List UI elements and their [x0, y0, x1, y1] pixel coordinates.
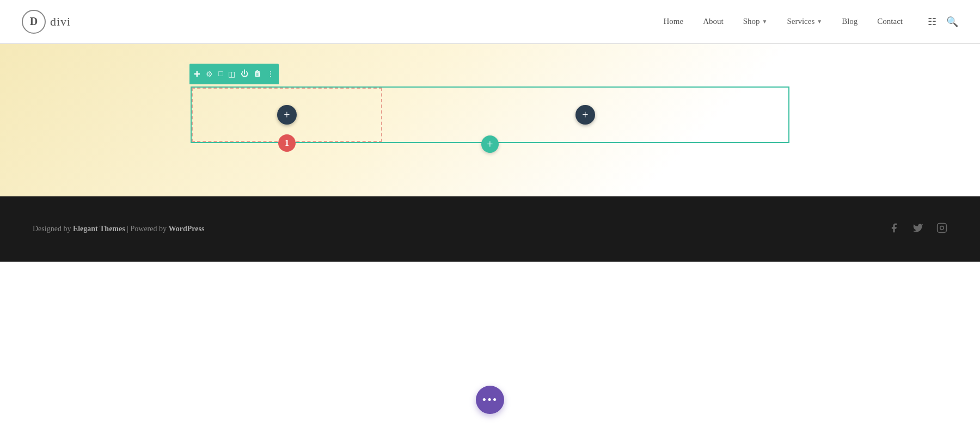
twitter-icon[interactable] — [912, 222, 923, 236]
builder-wrapper: ✚ ⚙ □ ◫ ⏻ 🗑 ⋮ + 1 + — [191, 86, 789, 143]
main-nav: Home About Shop ▼ Services ▼ Blog Contac… — [664, 16, 959, 28]
toolbar-settings-icon[interactable]: ⚙ — [206, 70, 213, 79]
column-right: + — [382, 88, 788, 142]
nav-utilities: ☷ 🔍 — [928, 16, 958, 28]
svg-rect-0 — [938, 223, 947, 232]
nav-item-contact[interactable]: Contact — [877, 17, 903, 26]
add-row-button[interactable]: + — [481, 135, 499, 153]
shop-dropdown-chevron: ▼ — [762, 18, 768, 24]
toolbar-move-icon[interactable]: ✚ — [194, 70, 200, 79]
floating-menu-button[interactable]: ••• — [476, 386, 504, 414]
site-header: D divi Home About Shop ▼ Services ▼ Blog… — [0, 0, 980, 44]
nav-item-home[interactable]: Home — [664, 17, 684, 26]
logo-circle: D — [22, 10, 46, 34]
toolbar-more-icon[interactable]: ⋮ — [267, 70, 274, 79]
main-content-area: ✚ ⚙ □ ◫ ⏻ 🗑 ⋮ + 1 + — [0, 44, 980, 196]
add-module-right-button[interactable]: + — [575, 105, 595, 125]
services-dropdown-chevron: ▼ — [817, 18, 822, 24]
toolbar-delete-icon[interactable]: 🗑 — [254, 70, 261, 78]
footer-credit: Designed by Elegant Themes | Powered by … — [33, 225, 204, 233]
site-logo[interactable]: D divi — [22, 10, 71, 34]
bottom-area: ••• — [0, 262, 980, 433]
instagram-icon[interactable] — [936, 222, 947, 236]
nav-item-services[interactable]: Services ▼ — [787, 17, 822, 26]
cart-icon[interactable]: ☷ — [928, 16, 936, 28]
nav-item-blog[interactable]: Blog — [842, 17, 857, 26]
toolbar-clone-icon[interactable]: □ — [218, 70, 223, 78]
logo-name: divi — [50, 15, 71, 29]
add-module-left-button[interactable]: + — [277, 105, 297, 125]
nav-item-about[interactable]: About — [703, 17, 724, 26]
builder-row: + 1 + — [191, 86, 789, 143]
column-left: + 1 — [192, 88, 382, 142]
step-badge: 1 — [278, 134, 296, 152]
facebook-icon[interactable] — [889, 222, 899, 236]
nav-item-shop[interactable]: Shop ▼ — [743, 17, 768, 26]
site-footer: Designed by Elegant Themes | Powered by … — [0, 196, 980, 262]
toolbar-grid-icon[interactable]: ◫ — [228, 70, 235, 79]
module-toolbar: ✚ ⚙ □ ◫ ⏻ 🗑 ⋮ — [189, 64, 279, 84]
toolbar-disable-icon[interactable]: ⏻ — [241, 70, 248, 78]
search-icon[interactable]: 🔍 — [946, 16, 958, 28]
footer-social-icons — [889, 222, 947, 236]
